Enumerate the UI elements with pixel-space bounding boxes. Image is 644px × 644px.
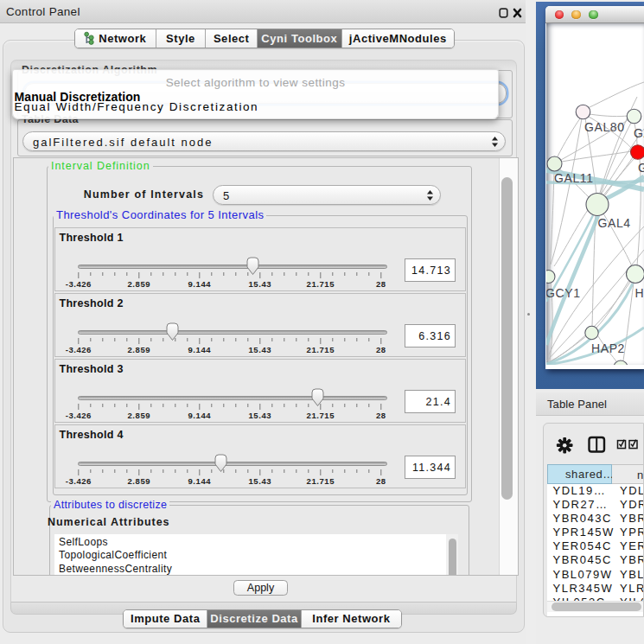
svg-text:GAL3: GAL3 bbox=[634, 126, 644, 140]
svg-text:HAP2: HAP2 bbox=[591, 341, 625, 355]
svg-text:GAL80: GAL80 bbox=[584, 120, 625, 134]
svg-text:GAL11: GAL11 bbox=[554, 171, 594, 185]
svg-text:GCY1: GCY1 bbox=[546, 286, 581, 300]
svg-text:HIS: HIS bbox=[635, 286, 644, 300]
svg-text:GAL4: GAL4 bbox=[598, 216, 631, 230]
svg-text:GA: GA bbox=[638, 161, 644, 175]
